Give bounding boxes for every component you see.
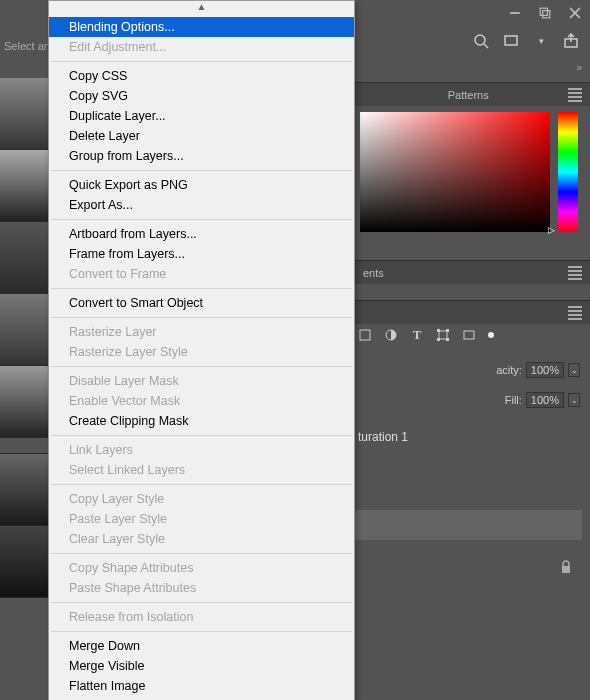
opacity-value[interactable]: 100%: [526, 362, 564, 378]
svg-rect-1: [540, 8, 547, 15]
menu-separator: [51, 61, 352, 62]
opacity-control: acity: 100% ⌄: [358, 362, 580, 378]
overflow-chevrons-icon[interactable]: »: [576, 62, 582, 73]
filter-adjust-icon[interactable]: [384, 328, 398, 342]
menu-item: Convert to Frame: [49, 264, 354, 284]
layers-panel-header: [355, 300, 590, 324]
layer-filter-icons: T: [358, 328, 494, 342]
menu-item: Rasterize Layer Style: [49, 342, 354, 362]
svg-rect-14: [446, 329, 449, 332]
workspace-toolbar: ▾: [472, 32, 580, 50]
menu-item[interactable]: Create Clipping Mask: [49, 411, 354, 431]
menu-item[interactable]: Copy SVG: [49, 86, 354, 106]
hue-marker-icon: ▷: [548, 225, 555, 235]
layer-name: turation 1: [358, 430, 408, 444]
svg-rect-16: [446, 338, 449, 341]
menu-item[interactable]: Blending Options...: [49, 17, 354, 37]
svg-rect-13: [437, 329, 440, 332]
thumbnail-gap: [0, 438, 48, 454]
menu-item: Paste Layer Style: [49, 509, 354, 529]
screen-mode-icon[interactable]: [502, 32, 520, 50]
menu-item[interactable]: Duplicate Layer...: [49, 106, 354, 126]
menu-separator: [51, 602, 352, 603]
adjustments-panel-header: ents: [355, 260, 590, 284]
close-button[interactable]: [560, 0, 590, 26]
menu-separator: [51, 484, 352, 485]
svg-line-6: [484, 44, 488, 48]
menu-item: Select Linked Layers: [49, 460, 354, 480]
thumbnail[interactable]: [0, 78, 48, 150]
fill-label: Fill:: [505, 394, 522, 406]
share-icon[interactable]: [562, 32, 580, 50]
menu-item: Copy Shape Attributes: [49, 558, 354, 578]
menu-separator: [51, 631, 352, 632]
thumbnail[interactable]: [0, 150, 48, 222]
thumbnail[interactable]: [0, 454, 48, 526]
menu-item[interactable]: Quick Export as PNG: [49, 175, 354, 195]
svg-rect-15: [437, 338, 440, 341]
layer-context-menu: ▲ Blending Options...Edit Adjustment...C…: [48, 0, 355, 700]
menu-item[interactable]: Merge Visible: [49, 656, 354, 676]
menu-item: Edit Adjustment...: [49, 37, 354, 57]
filter-text-icon[interactable]: T: [410, 328, 424, 342]
menu-item[interactable]: Convert to Smart Object: [49, 293, 354, 313]
menu-scroll-up-icon[interactable]: ▲: [49, 1, 354, 17]
menu-separator: [51, 553, 352, 554]
selected-layer-row[interactable]: [355, 510, 582, 540]
color-picker-field[interactable]: [360, 112, 550, 232]
opacity-label: acity:: [496, 364, 522, 376]
menu-item[interactable]: Copy CSS: [49, 66, 354, 86]
menu-item[interactable]: Artboard from Layers...: [49, 224, 354, 244]
window-controls: [500, 0, 590, 26]
minimize-button[interactable]: [500, 0, 530, 26]
svg-point-5: [475, 35, 485, 45]
history-thumbnails: [0, 78, 48, 700]
menu-separator: [51, 366, 352, 367]
filter-toggle-icon[interactable]: [488, 332, 494, 338]
menu-separator: [51, 288, 352, 289]
panel-menu-icon[interactable]: [568, 266, 582, 280]
opacity-dropdown-icon[interactable]: ⌄: [568, 363, 580, 377]
thumbnail[interactable]: [0, 294, 48, 366]
fill-dropdown-icon[interactable]: ⌄: [568, 393, 580, 407]
tab-adjustments-suffix[interactable]: ents: [363, 267, 384, 279]
menu-item[interactable]: Delete Layer: [49, 126, 354, 146]
filter-smartobj-icon[interactable]: [462, 328, 476, 342]
svg-rect-12: [439, 331, 447, 339]
svg-rect-2: [543, 11, 550, 18]
menu-separator: [51, 219, 352, 220]
svg-rect-18: [562, 566, 570, 573]
tab-patterns[interactable]: Patterns: [448, 89, 489, 101]
menu-item[interactable]: Export As...: [49, 195, 354, 215]
menu-separator: [51, 170, 352, 171]
fill-control: Fill: 100% ⌄: [358, 392, 580, 408]
fill-value[interactable]: 100%: [526, 392, 564, 408]
svg-rect-7: [505, 36, 517, 45]
layer-row[interactable]: turation 1: [358, 426, 580, 448]
lock-icon[interactable]: [560, 560, 572, 577]
menu-item[interactable]: Group from Layers...: [49, 146, 354, 166]
filter-image-icon[interactable]: [358, 328, 372, 342]
panel-menu-icon[interactable]: [568, 88, 582, 102]
menu-item: Clear Layer Style: [49, 529, 354, 549]
menu-item: Paste Shape Attributes: [49, 578, 354, 598]
menu-item: Rasterize Layer: [49, 322, 354, 342]
menu-item: Enable Vector Mask: [49, 391, 354, 411]
menu-item[interactable]: Merge Down: [49, 636, 354, 656]
menu-item[interactable]: Frame from Layers...: [49, 244, 354, 264]
svg-rect-17: [464, 331, 474, 339]
menu-item: Release from Isolation: [49, 607, 354, 627]
thumbnail[interactable]: [0, 222, 48, 294]
maximize-button[interactable]: [530, 0, 560, 26]
hue-slider[interactable]: [558, 112, 578, 232]
thumbnail[interactable]: [0, 526, 48, 598]
swatches-panel-header: s Patterns: [355, 82, 590, 106]
menu-item: Link Layers: [49, 440, 354, 460]
menu-item[interactable]: Flatten Image: [49, 676, 354, 696]
menu-separator: [51, 435, 352, 436]
filter-shape-icon[interactable]: [436, 328, 450, 342]
panel-menu-icon[interactable]: [568, 306, 582, 320]
search-icon[interactable]: [472, 32, 490, 50]
thumbnail[interactable]: [0, 366, 48, 438]
chevron-down-icon[interactable]: ▾: [532, 32, 550, 50]
